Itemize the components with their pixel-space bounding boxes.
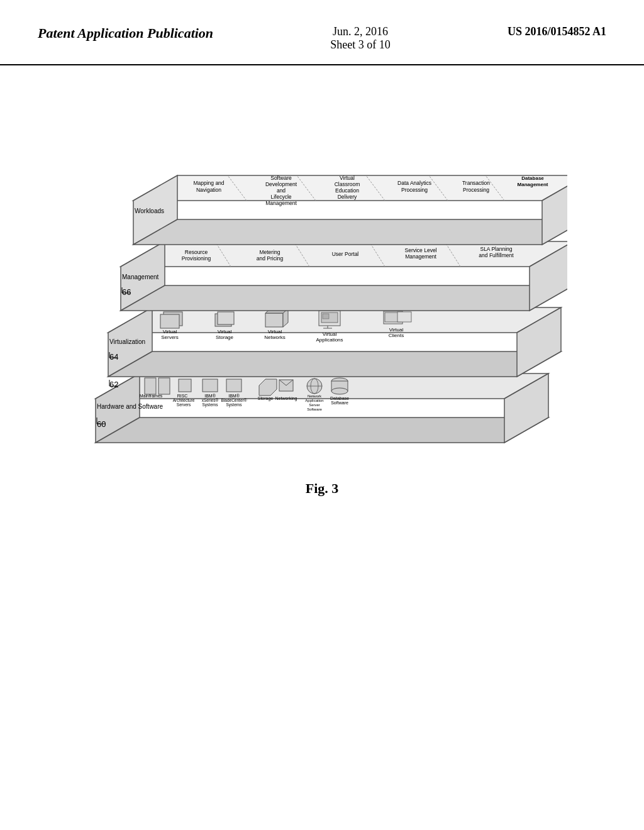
svg-rect-16 bbox=[226, 379, 242, 392]
svg-text:62: 62 bbox=[109, 380, 118, 389]
svg-text:64: 64 bbox=[109, 352, 118, 362]
main-diagram-svg: Mainframes RISC Architecture Servers IBM… bbox=[77, 97, 567, 449]
svg-text:RISC: RISC bbox=[177, 394, 188, 398]
publication-date: Jun. 2, 2016 bbox=[330, 25, 390, 38]
svg-text:SLA Planning: SLA Planning bbox=[480, 246, 512, 252]
patent-application-title: Patent Application Publication bbox=[38, 25, 213, 42]
svg-text:Systems: Systems bbox=[203, 402, 219, 407]
svg-rect-12 bbox=[203, 379, 218, 392]
svg-text:Provisioning: Provisioning bbox=[182, 255, 211, 262]
svg-rect-45 bbox=[160, 314, 179, 328]
svg-text:Database: Database bbox=[521, 175, 544, 181]
svg-marker-75 bbox=[121, 285, 567, 311]
svg-text:Systems: Systems bbox=[226, 402, 243, 407]
svg-text:Software: Software bbox=[307, 407, 322, 411]
svg-text:Classroom: Classroom bbox=[335, 181, 360, 187]
svg-text:Management: Management bbox=[122, 274, 159, 280]
svg-text:Virtual: Virtual bbox=[323, 331, 337, 337]
svg-rect-66 bbox=[397, 312, 411, 322]
svg-text:Education: Education bbox=[335, 187, 359, 194]
page-header: Patent Application Publication Jun. 2, 2… bbox=[0, 0, 644, 65]
patent-number: US 2016/0154852 A1 bbox=[508, 25, 606, 38]
svg-text:Database: Database bbox=[330, 396, 349, 401]
svg-text:Management: Management bbox=[405, 253, 436, 260]
svg-rect-6 bbox=[158, 378, 170, 394]
svg-text:Clients: Clients bbox=[389, 333, 404, 338]
svg-text:Virtual: Virtual bbox=[268, 329, 282, 335]
svg-text:Applications: Applications bbox=[316, 337, 343, 343]
svg-text:Networks: Networks bbox=[264, 335, 285, 340]
svg-text:and Pricing: and Pricing bbox=[257, 255, 284, 262]
svg-text:Servers: Servers bbox=[177, 402, 191, 407]
diagram-container: Mainframes RISC Architecture Servers IBM… bbox=[77, 97, 567, 449]
svg-text:Management: Management bbox=[518, 182, 548, 187]
svg-text:User Portal: User Portal bbox=[332, 251, 359, 257]
svg-text:Development: Development bbox=[265, 181, 297, 187]
svg-text:66: 66 bbox=[122, 287, 131, 297]
svg-marker-96 bbox=[133, 219, 567, 245]
svg-text:Mapping and: Mapping and bbox=[193, 180, 224, 186]
svg-text:Software: Software bbox=[270, 175, 292, 181]
svg-rect-49 bbox=[218, 312, 234, 324]
svg-text:Virtual: Virtual bbox=[340, 175, 355, 181]
svg-text:Virtualization: Virtualization bbox=[109, 338, 145, 345]
svg-text:Networking: Networking bbox=[275, 396, 297, 401]
svg-text:Virtual: Virtual bbox=[163, 329, 177, 335]
svg-text:and: and bbox=[277, 187, 286, 194]
svg-rect-8 bbox=[179, 379, 191, 392]
svg-rect-52 bbox=[265, 313, 283, 327]
svg-text:Mainframes: Mainframes bbox=[140, 394, 163, 398]
svg-text:Network: Network bbox=[308, 394, 322, 398]
svg-text:Virtual: Virtual bbox=[389, 327, 404, 333]
svg-text:Storage: Storage bbox=[216, 335, 234, 340]
svg-marker-42 bbox=[108, 351, 561, 377]
svg-text:Service Level: Service Level bbox=[404, 247, 436, 253]
svg-rect-59 bbox=[323, 314, 329, 319]
svg-text:Resource: Resource bbox=[185, 249, 208, 255]
svg-text:Workloads: Workloads bbox=[135, 208, 164, 214]
svg-text:Application: Application bbox=[305, 399, 323, 402]
svg-text:Architecture: Architecture bbox=[173, 398, 195, 402]
svg-text:Lifecycle: Lifecycle bbox=[270, 194, 291, 200]
page-content: Mainframes RISC Architecture Servers IBM… bbox=[0, 78, 644, 497]
figure-caption: Fig. 3 bbox=[38, 480, 606, 497]
svg-text:and Fulfillment: and Fulfillment bbox=[479, 252, 514, 258]
svg-text:Metering: Metering bbox=[259, 249, 280, 255]
svg-text:IBM®: IBM® bbox=[228, 394, 240, 398]
svg-text:Navigation: Navigation bbox=[196, 187, 221, 193]
sheet-info: Sheet 3 of 10 bbox=[330, 38, 390, 52]
svg-text:BladeCenter®: BladeCenter® bbox=[221, 398, 247, 402]
svg-text:Management: Management bbox=[265, 200, 297, 206]
svg-text:Storage: Storage bbox=[258, 396, 274, 401]
svg-text:Transaction: Transaction bbox=[462, 180, 490, 186]
svg-text:Processing: Processing bbox=[401, 187, 428, 193]
svg-text:Virtual: Virtual bbox=[218, 329, 232, 335]
svg-text:Server: Server bbox=[309, 403, 320, 407]
svg-text:Processing: Processing bbox=[463, 187, 489, 193]
svg-text:Hardware and Software: Hardware and Software bbox=[97, 403, 163, 410]
svg-text:xSeries®: xSeries® bbox=[202, 398, 219, 402]
svg-text:Servers: Servers bbox=[161, 335, 179, 340]
svg-text:IBM®: IBM® bbox=[204, 394, 216, 398]
publication-info: Jun. 2, 2016 Sheet 3 of 10 bbox=[330, 25, 390, 52]
svg-text:Delivery: Delivery bbox=[338, 194, 357, 200]
svg-point-33 bbox=[331, 388, 348, 394]
diagram-area: Mainframes RISC Architecture Servers IBM… bbox=[38, 78, 606, 468]
svg-marker-3 bbox=[96, 418, 548, 443]
svg-rect-5 bbox=[145, 378, 156, 394]
svg-text:Software: Software bbox=[331, 401, 348, 405]
svg-text:Data Analytics: Data Analytics bbox=[397, 180, 431, 186]
